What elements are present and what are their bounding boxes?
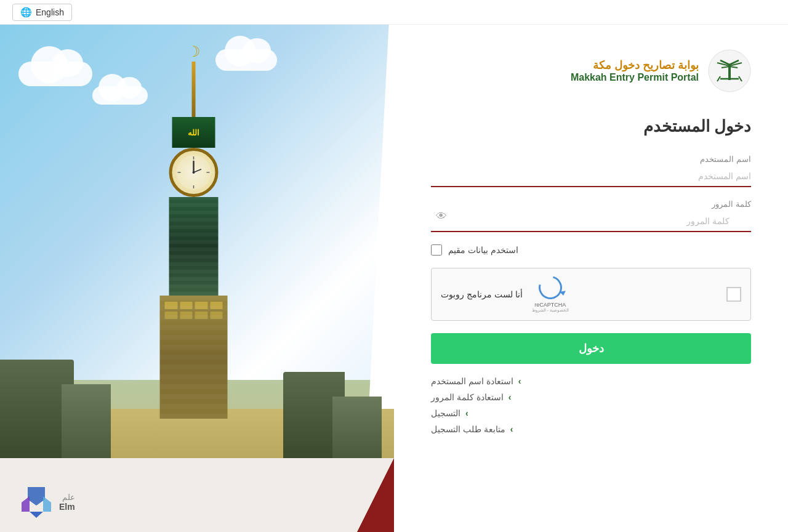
portal-title-arabic: بوابة تصاريح دخول مكة	[571, 58, 699, 72]
language-label: English	[36, 7, 64, 17]
elm-arabic-text: علم	[59, 493, 75, 502]
chevron-icon: ›	[518, 376, 521, 386]
resident-checkbox[interactable]	[431, 244, 442, 256]
username-input[interactable]	[431, 166, 751, 187]
recover-username-link[interactable]: › استعادة اسم المستخدم	[431, 376, 751, 386]
elm-logo-area: علم Elm	[0, 458, 394, 532]
red-corner-stripe	[357, 458, 394, 532]
allah-text-box: الله	[172, 117, 215, 148]
chevron-icon-4: ›	[510, 424, 513, 434]
tower-upper-body	[169, 197, 219, 296]
globe-icon: 🌐	[20, 7, 32, 18]
svg-marker-10	[43, 496, 51, 512]
recover-password-text: استعادة كلمة المرور	[431, 392, 504, 402]
login-title: دخول المستخدم	[431, 117, 751, 136]
tower-spire	[192, 62, 196, 117]
register-text: التسجيل	[431, 408, 460, 418]
portal-title: بوابة تصاريح دخول مكة Makkah Entry Permi…	[571, 58, 699, 83]
portal-title-english: Makkah Entry Permit Portal	[571, 72, 699, 83]
resident-label: استخدم بيانات مقيم	[448, 245, 518, 255]
recaptcha-brand: reCAPTCHA الخصوصية - الشروط	[532, 302, 569, 313]
password-group: كلمة المرور 👁	[431, 200, 751, 232]
portal-header: بوابة تصاريح دخول مكة Makkah Entry Permi…	[431, 49, 751, 92]
password-label: كلمة المرور	[431, 200, 751, 209]
register-link[interactable]: › التسجيل	[431, 408, 751, 418]
svg-marker-9	[22, 496, 30, 512]
resident-row: استخدم بيانات مقيم	[431, 244, 751, 256]
main-container: ☽ الله	[0, 25, 788, 532]
username-label: اسم المستخدم	[431, 155, 751, 164]
tower-lower-body	[160, 296, 228, 419]
recover-password-link[interactable]: › استعادة كلمة المرور	[431, 392, 751, 402]
hero-image-section: ☽ الله	[0, 25, 394, 532]
track-registration-text: متابعة طلب التسجيل	[431, 424, 505, 434]
recaptcha-brand-main: reCAPTCHA	[532, 302, 569, 308]
recaptcha-box[interactable]: reCAPTCHA الخصوصية - الشروط أنا لست مرنا…	[431, 268, 751, 321]
toggle-password-icon[interactable]: 👁	[436, 209, 447, 222]
elm-english-text: Elm	[59, 502, 75, 512]
svg-marker-11	[30, 512, 43, 518]
clock-face	[169, 148, 219, 197]
password-input[interactable]	[431, 211, 751, 232]
cloud-2	[92, 86, 148, 105]
recaptcha-spinner-icon	[534, 272, 566, 304]
recaptcha-text: أنا لست مرنامج روبوت	[441, 289, 523, 299]
language-button[interactable]: 🌐 English	[12, 4, 72, 21]
recaptcha-logo-area: reCAPTCHA الخصوصية - الشروط	[532, 276, 569, 313]
chevron-icon-2: ›	[509, 392, 512, 402]
login-button[interactable]: دخول	[431, 333, 751, 364]
elm-logo: علم Elm	[18, 484, 75, 520]
recover-username-text: استعادة اسم المستخدم	[431, 376, 513, 386]
recaptcha-brand-sub: الخصوصية - الشروط	[532, 308, 569, 313]
login-form-section: بوابة تصاريح دخول مكة Makkah Entry Permi…	[394, 25, 788, 532]
svg-marker-8	[28, 487, 45, 506]
password-wrapper: كلمة المرور 👁	[431, 200, 751, 232]
cloud-1	[18, 62, 92, 86]
top-bar: 🌐 English	[0, 0, 788, 25]
svg-point-3	[193, 171, 195, 174]
username-group: اسم المستخدم	[431, 155, 751, 187]
crescent-icon: ☽	[160, 43, 228, 60]
elm-logo-mark	[18, 484, 54, 520]
recaptcha-content: reCAPTCHA الخصوصية - الشروط أنا لست مرنا…	[441, 276, 569, 313]
saudi-emblem	[708, 49, 751, 92]
chevron-icon-3: ›	[465, 408, 468, 418]
recaptcha-checkbox[interactable]	[726, 287, 741, 302]
links-section: › استعادة اسم المستخدم › استعادة كلمة ال…	[431, 376, 751, 434]
track-registration-link[interactable]: › متابعة طلب التسجيل	[431, 424, 751, 434]
